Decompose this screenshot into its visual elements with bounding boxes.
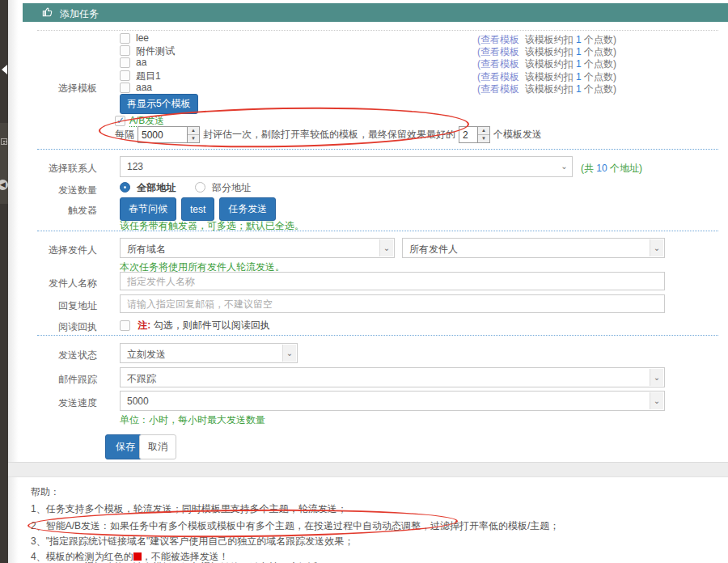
read-receipt-row: 注: 勾选，则邮件可以阅读回执 — [120, 319, 270, 332]
count-open: (共 — [581, 163, 594, 174]
label-select-sender: 选择发件人 — [23, 243, 97, 257]
stepper-down-icon[interactable]: ▼ — [188, 135, 199, 142]
template-checkbox[interactable] — [120, 57, 130, 68]
speed-value: 5000 — [127, 396, 149, 407]
page: ◀ 添加任务 lee (查看模板 该模板约扣 1 个点数) 附件测试 (查看模板… — [0, 0, 728, 563]
cost-number: 1 — [576, 46, 582, 57]
ab-interval-text: 封评估一次，剔除打开率较低的模板，最终保留效果最好的 — [203, 128, 455, 142]
sender-name-input[interactable] — [120, 272, 665, 290]
sidebar-tool-band — [0, 123, 8, 204]
speed-select[interactable]: 5000 ⌄ — [120, 391, 665, 411]
cost-text: 该模板约扣 — [525, 58, 574, 70]
stepper-down-icon[interactable]: ▼ — [478, 135, 489, 142]
contacts-count: (共 10 个地址) — [581, 162, 642, 176]
view-template-link[interactable]: 查看模板 — [480, 58, 519, 70]
ab-interval-input[interactable] — [138, 127, 187, 142]
cost-end: 个点数) — [584, 58, 616, 70]
count-number: 10 — [596, 163, 607, 174]
stepper-up-icon[interactable]: ▲ — [188, 127, 199, 135]
sender-domain-value: 所有域名 — [127, 243, 166, 256]
label-send-status: 发送状态 — [23, 349, 97, 362]
ab-keep-text: 个模板发送 — [493, 128, 542, 142]
ab-keep-stepper[interactable]: ▲▼ — [459, 126, 490, 143]
cost-text: 该模板约扣 — [525, 46, 574, 57]
receipt-note-text: 勾选，则邮件可以阅读回执 — [154, 320, 270, 331]
chevron-down-icon[interactable]: ⌄ — [379, 239, 393, 256]
radio-partial-addresses[interactable] — [195, 182, 205, 193]
ab-keep-input[interactable] — [459, 127, 477, 142]
cost-number: 1 — [576, 71, 582, 83]
separator — [37, 30, 718, 31]
contacts-select-value: 123 — [127, 161, 143, 172]
help-item-3: 3、"指定跟踪统计链接域名"建议客户使用自己的独立的域名跟踪发送效果； — [31, 535, 720, 548]
cost-end: 个点数) — [584, 46, 616, 57]
read-receipt-checkbox[interactable] — [120, 320, 130, 331]
ab-interval-stepper[interactable]: ▲▼ — [138, 126, 200, 143]
template-checkbox[interactable] — [120, 33, 130, 44]
red-status-square — [133, 552, 142, 561]
sidebar-collapsed-strip — [0, 0, 8, 563]
cost-number: 1 — [576, 83, 582, 95]
template-checkbox[interactable] — [120, 83, 130, 93]
template-checkbox[interactable] — [120, 70, 130, 81]
cost-end: 个点数) — [584, 34, 616, 45]
speed-note: 单位：小时，每小时最大发送数量 — [120, 413, 265, 427]
send-count-options: 全部地址 部分地址 — [120, 181, 251, 195]
ab-send-row: A/B发送 — [115, 114, 164, 126]
label-sender-name: 发件人名称 — [23, 277, 97, 290]
chevron-down-icon[interactable]: ⌄ — [650, 369, 663, 386]
separator — [37, 149, 718, 150]
contacts-select[interactable]: 123 ⌄ — [120, 156, 573, 177]
view-template-link[interactable]: 查看模板 — [480, 83, 519, 95]
chevron-down-icon[interactable]: ⌄ — [650, 392, 663, 409]
add-task-icon — [42, 6, 53, 18]
template-checkbox[interactable] — [120, 45, 130, 56]
chevron-down-icon[interactable]: ⌄ — [557, 158, 571, 176]
label-speed: 发送速度 — [23, 396, 97, 410]
label-reply-address: 回复地址 — [23, 299, 97, 313]
titlebar: 添加任务 — [23, 3, 728, 22]
stepper-up-icon[interactable]: ▲ — [478, 127, 489, 135]
template-row: aaa (查看模板 该模板约扣 1 个点数) — [120, 82, 728, 94]
cost-number: 1 — [576, 58, 582, 70]
trigger-button-task-send[interactable]: 任务发送 — [219, 197, 276, 221]
radio-all-addresses[interactable] — [120, 182, 130, 193]
grid-icon[interactable] — [1, 138, 7, 145]
chevron-down-icon[interactable]: ⌄ — [650, 239, 663, 256]
view-template-link[interactable]: 查看模板 — [480, 34, 519, 45]
sidebar-gutter — [8, 0, 23, 563]
sender-person-value: 所有发件人 — [409, 243, 458, 256]
template-name: lee — [136, 32, 149, 44]
sender-domain-select[interactable]: 所有域名 ⌄ — [120, 238, 395, 258]
section-divider-band — [8, 462, 728, 477]
radio-all-label: 全部地址 — [137, 182, 176, 193]
cost-text: 该模板约扣 — [525, 71, 574, 83]
template-cost: (查看模板 该模板约扣 1 个点数) — [477, 83, 616, 96]
sender-person-select[interactable]: 所有发件人 ⌄ — [402, 238, 665, 258]
view-template-link[interactable]: 查看模板 — [480, 71, 519, 83]
send-status-select[interactable]: 立刻发送 ⌄ — [120, 343, 298, 363]
tracking-value: 不跟踪 — [127, 372, 156, 386]
reply-address-input[interactable] — [120, 294, 665, 313]
template-row: aa (查看模板 该模板约扣 1 个点数) — [120, 57, 728, 69]
trigger-button-spring[interactable]: 春节问候 — [120, 197, 176, 221]
chevron-down-icon[interactable]: ⌄ — [282, 345, 296, 362]
label-contacts: 选择联系人 — [23, 162, 97, 176]
receipt-note-mark: 注: — [138, 320, 150, 331]
ab-send-checkbox[interactable] — [115, 116, 125, 126]
label-triggers: 触发器 — [23, 204, 97, 218]
trigger-button-test[interactable]: test — [181, 197, 214, 221]
page-title: 添加任务 — [60, 7, 99, 21]
separator — [37, 231, 718, 231]
help-item-2: 2、智能A/B发送：如果任务中有多个模板或模板中有多个主题，在投递过程中自动动态… — [31, 519, 720, 533]
sidebar-collapse-arrow-icon[interactable] — [2, 65, 7, 74]
tracking-select[interactable]: 不跟踪 ⌄ — [120, 367, 665, 387]
cost-end: 个点数) — [584, 71, 616, 83]
template-name: aaa — [136, 82, 152, 93]
template-row: lee (查看模板 该模板约扣 1 个点数) — [120, 32, 728, 44]
template-row: 附件测试 (查看模板 该模板约扣 1 个点数) — [120, 44, 728, 57]
label-select-template: 选择模板 — [23, 82, 97, 95]
show-more-templates-button[interactable]: 再显示5个模板 — [120, 94, 198, 114]
cancel-button[interactable]: 取消 — [139, 434, 176, 459]
view-template-link[interactable]: 查看模板 — [480, 46, 519, 57]
